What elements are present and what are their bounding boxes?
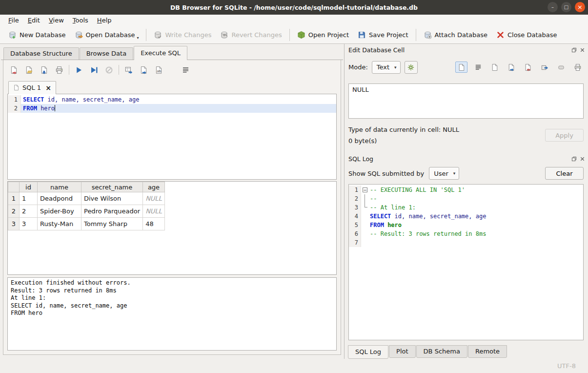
cell-secret_name[interactable]: Tommy Sharp — [81, 218, 143, 230]
cell-id[interactable]: 1 — [20, 192, 38, 205]
fold-gutter — [361, 212, 368, 221]
set-null-icon[interactable] — [555, 62, 567, 73]
toolbar-separator — [289, 29, 290, 41]
log-filter-combobox[interactable]: User ▾ — [429, 167, 459, 180]
log-line-2: 2-- — [349, 194, 583, 203]
float-dock-icon[interactable] — [571, 47, 577, 53]
tab-execute-sql[interactable]: Execute SQL — [134, 46, 187, 60]
cell-secret_name[interactable]: Pedro Parqueador — [81, 205, 143, 218]
tab-browse-data[interactable]: Browse Data — [80, 47, 134, 60]
import-cell-data-icon[interactable] — [505, 62, 517, 73]
menu-file[interactable]: File — [4, 16, 23, 25]
column-header-age[interactable]: age — [143, 182, 165, 192]
minimize-button[interactable]: – — [547, 2, 558, 12]
execute-all-icon[interactable] — [73, 64, 84, 76]
dock-tab-db-schema[interactable]: DB Schema — [416, 345, 467, 358]
print-sql-icon[interactable] — [54, 64, 65, 76]
format-sql-icon[interactable] — [180, 64, 191, 76]
copy-cell-icon[interactable] — [488, 62, 501, 73]
cell-age[interactable]: 48 — [143, 218, 165, 230]
cell-edit-area[interactable]: NULL — [348, 83, 584, 119]
sql-editor-tab[interactable]: SQL 1 × — [8, 81, 56, 94]
cell-name[interactable]: Rusty-Man — [38, 218, 81, 230]
close-dock-icon[interactable] — [579, 47, 586, 53]
new-database-button[interactable]: New Database — [4, 27, 70, 42]
new-sql-tab-icon[interactable] — [8, 64, 20, 76]
close-button[interactable]: × — [575, 2, 585, 12]
export-cell-data-icon[interactable] — [522, 62, 534, 73]
row-header[interactable]: 3 — [8, 218, 20, 230]
menu-help[interactable]: Help — [93, 16, 116, 25]
open-database-button[interactable]: Open Database▾ — [70, 27, 143, 42]
editor-line-2[interactable]: 2FROM hero — [8, 104, 336, 113]
menu-edit[interactable]: Edit — [23, 16, 44, 25]
main-tabbar: Database StructureBrowse DataExecute SQL — [1, 46, 343, 60]
log-line-number: 7 — [349, 238, 361, 247]
log-filter-row: Show SQL submitted by User ▾ Clear — [348, 167, 584, 180]
column-header-secret_name[interactable]: secret_name — [81, 182, 143, 192]
menu-view[interactable]: View — [44, 16, 68, 25]
row-header[interactable]: 1 — [8, 192, 20, 205]
text-view-icon[interactable] — [455, 62, 467, 73]
cell-import-button[interactable] — [405, 61, 418, 74]
find-replace-icon[interactable]: ab — [153, 64, 164, 76]
open-sql-file-icon[interactable] — [23, 64, 35, 76]
open-external-editor-icon[interactable] — [538, 62, 550, 73]
cell-name[interactable]: Deadpond — [38, 192, 81, 205]
stop-execution-icon — [103, 64, 115, 76]
dock-tab-remote[interactable]: Remote — [468, 345, 507, 358]
export-results-icon[interactable] — [123, 64, 134, 76]
row-header[interactable]: 2 — [8, 205, 20, 218]
titlebar[interactable]: DB Browser for SQLite - /home/user/code/… — [0, 0, 588, 15]
cell-id[interactable]: 3 — [20, 218, 38, 230]
cell-name[interactable]: Spider-Boy — [38, 205, 81, 218]
window-title: DB Browser for SQLite - /home/user/code/… — [170, 4, 418, 11]
sql-log-view[interactable]: 1−-- EXECUTING ALL IN 'SQL 1'2--3-- At l… — [348, 184, 584, 340]
table-row: 11DeadpondDive WilsonNULL — [8, 192, 165, 205]
chevron-down-icon[interactable]: ▾ — [137, 36, 139, 40]
clear-button[interactable]: Clear — [545, 167, 584, 180]
save-results-icon[interactable] — [138, 64, 149, 76]
cell-age[interactable]: NULL — [143, 192, 165, 205]
column-header-id[interactable]: id — [20, 182, 38, 192]
write-changes-button: Write Changes — [149, 27, 216, 42]
log-line-number: 2 — [349, 194, 361, 203]
float-dock-icon[interactable] — [571, 156, 577, 162]
dock-tab-sql-log[interactable]: SQL Log — [348, 345, 388, 359]
cell-id[interactable]: 2 — [20, 205, 38, 218]
menubar: FileEditViewToolsHelp — [0, 15, 588, 26]
editor-line-1[interactable]: 1SELECT id, name, secret_name, age — [8, 95, 336, 104]
cell-secret_name[interactable]: Dive Wilson — [81, 192, 143, 205]
column-header-name[interactable]: name — [38, 182, 81, 192]
open-project-button[interactable]: Open Project — [293, 27, 353, 42]
close-database-button[interactable]: Close Database — [492, 27, 562, 42]
line-number: 1 — [8, 95, 21, 104]
close-dock-icon[interactable] — [579, 156, 586, 162]
toolbar-separator — [146, 29, 146, 41]
cell-age[interactable]: NULL — [143, 205, 165, 218]
close-tab-icon[interactable]: × — [45, 85, 51, 90]
menu-tools[interactable]: Tools — [68, 16, 93, 25]
log-line-6: 6-- Result: 3 rows returned in 8ms — [349, 229, 583, 238]
grid-corner[interactable] — [8, 182, 20, 192]
attach-database-button[interactable]: Attach Database — [419, 27, 492, 42]
statusbar: UTF-8 — [0, 359, 588, 373]
execute-current-line-icon[interactable] — [88, 64, 100, 76]
save-project-button[interactable]: Save Project — [353, 27, 413, 42]
revert-changes-icon — [220, 31, 228, 39]
print-cell-icon[interactable] — [571, 62, 584, 73]
fold-gutter — [361, 194, 368, 203]
mode-value: Text — [377, 63, 389, 71]
sql-editor-tabbar: SQL 1 × — [7, 79, 337, 94]
sql-editor[interactable]: 1SELECT id, name, secret_name, age2FROM … — [7, 94, 337, 180]
edit-cell-title: Edit Database Cell — [348, 46, 405, 54]
tab-database-structure[interactable]: Database Structure — [3, 47, 79, 60]
dock-tab-plot[interactable]: Plot — [389, 345, 416, 358]
cell-content: NULL — [352, 86, 369, 93]
maximize-button[interactable]: □ — [561, 2, 571, 12]
mode-combobox[interactable]: Text ▾ — [372, 61, 401, 74]
word-wrap-icon[interactable] — [472, 62, 484, 73]
save-sql-file-icon[interactable] — [39, 64, 50, 76]
cell-type-info: Type of data currently in cell: NULL — [348, 126, 459, 133]
fold-toggle-icon[interactable]: − — [363, 187, 367, 192]
